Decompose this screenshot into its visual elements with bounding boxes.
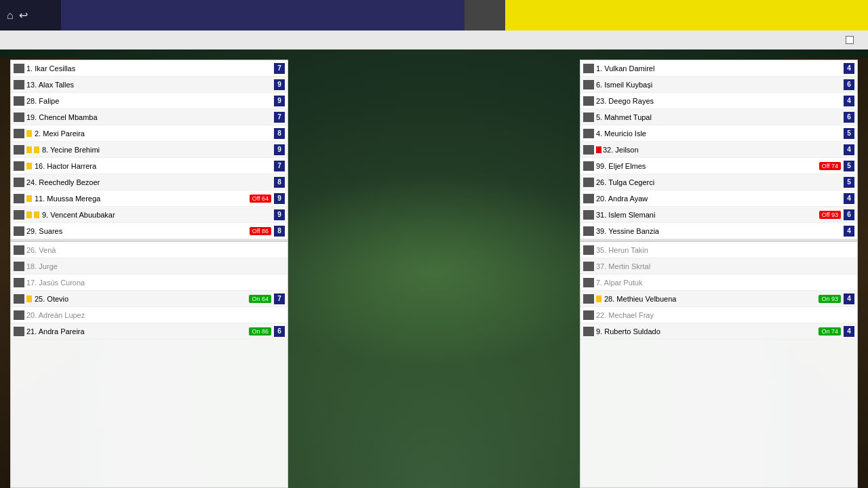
player-rating: 9 <box>274 79 285 90</box>
player-name: 16. Hactor Harrera <box>35 162 274 170</box>
player-color-box <box>583 226 594 236</box>
yellow-card <box>26 211 32 218</box>
player-row[interactable]: 29. SuaresOff 868 <box>11 223 288 239</box>
player-row[interactable]: 21. Andra PareiraOn 866 <box>11 323 288 340</box>
player-name: 31. Islem Slemani <box>596 211 819 219</box>
substitution-off-badge: Off 86 <box>250 227 271 235</box>
player-color-box <box>583 245 594 255</box>
player-row[interactable]: 99. Eljef ElmesOff 745 <box>580 158 857 174</box>
player-name: 13. Alax Talles <box>26 81 274 89</box>
player-name: 32. Jeilson <box>603 146 844 154</box>
player-row[interactable]: 17. Jasùs Curona <box>11 274 288 291</box>
player-name: 23. Deego Rayes <box>596 97 844 105</box>
player-rating: 5 <box>844 161 854 171</box>
change-view-control[interactable] <box>846 36 858 44</box>
player-color-box <box>14 64 24 73</box>
player-row[interactable]: 26. Venà <box>11 242 288 258</box>
player-rating: 9 <box>274 209 285 220</box>
player-row[interactable]: 26. Tulga Cegerci5 <box>580 174 857 190</box>
home-score <box>424 0 465 30</box>
player-name: 4. Meuricio Isle <box>596 129 844 138</box>
player-name: 9. Vencent Abuubakar <box>42 211 274 219</box>
nav-bar: ⌂ ↩ <box>0 0 61 30</box>
player-row[interactable]: 25. OtevioOn 647 <box>11 291 288 307</box>
player-row[interactable]: 20. Adreàn Lupez <box>11 307 288 323</box>
player-name: 8. Yecine Brehimi <box>42 146 274 154</box>
player-row[interactable]: 4. Meuricio Isle5 <box>580 125 857 142</box>
card-group <box>26 195 33 202</box>
player-color-box <box>14 80 24 89</box>
player-row[interactable]: 9. Vencent Abuubakar9 <box>11 207 288 223</box>
player-row[interactable]: 24. Reechedly Bezoer8 <box>11 174 288 190</box>
away-team-panel: 1. Vulkan Damirel46. Ismeil Kuybași623. … <box>580 60 858 488</box>
player-row[interactable]: 32. Jeilson4 <box>580 142 857 158</box>
player-color-box <box>14 245 24 255</box>
home-team-panel: 1. Ikar Cesillas713. Alax Talles928. Fal… <box>10 60 288 488</box>
card-group <box>26 146 41 153</box>
player-color-box <box>583 310 594 320</box>
back-icon[interactable]: ↩ <box>19 9 28 22</box>
player-row[interactable]: 5. Mahmet Tupal6 <box>580 109 857 125</box>
card-group <box>596 296 603 302</box>
player-row[interactable]: 2. Mexi Pareira8 <box>11 125 288 142</box>
player-color-box <box>583 210 594 220</box>
player-name: 17. Jasùs Curona <box>26 279 285 287</box>
player-row[interactable]: 39. Yessine Banzia4 <box>580 223 857 239</box>
player-row[interactable]: 37. Mertin Skrtal <box>580 258 857 274</box>
player-row[interactable]: 1. Ikar Cesillas7 <box>11 60 288 77</box>
player-row[interactable]: 9. Ruberto SuldadoOn 744 <box>580 323 857 340</box>
player-name: 1. Ikar Cesillas <box>26 64 274 73</box>
player-name: 11. Muussa Merega <box>35 195 250 203</box>
player-name: 7. Alpar Putuk <box>596 279 854 287</box>
player-row[interactable]: 7. Alpar Putuk <box>580 274 857 291</box>
player-color-box <box>583 194 594 203</box>
player-row[interactable]: 31. Islem SlemaniOff 936 <box>580 207 857 223</box>
player-rating: 6 <box>844 79 854 90</box>
player-row[interactable]: 13. Alax Talles9 <box>11 77 288 93</box>
player-row[interactable]: 1. Vulkan Damirel4 <box>580 60 857 77</box>
player-row[interactable]: 16. Hactor Harrera7 <box>11 158 288 174</box>
player-row[interactable]: 8. Yecine Brehimi9 <box>11 142 288 158</box>
player-row[interactable]: 18. Jurge <box>11 258 288 274</box>
yellow-card <box>26 296 32 302</box>
player-name: 26. Venà <box>26 246 285 254</box>
player-rating: 7 <box>274 293 285 304</box>
player-name: 28. Falipe <box>26 97 274 105</box>
player-row[interactable]: 28. Falipe9 <box>11 93 288 109</box>
change-view-checkbox[interactable] <box>846 36 854 44</box>
substitution-on-badge: On 74 <box>818 327 841 336</box>
player-color-box <box>14 113 24 122</box>
home-icon[interactable]: ⌂ <box>7 9 14 22</box>
player-rating: 5 <box>844 177 854 188</box>
player-rating: 4 <box>844 226 854 237</box>
player-color-box <box>14 226 24 236</box>
player-rating: 6 <box>844 112 854 123</box>
player-color-box <box>583 96 594 106</box>
red-card <box>596 146 601 153</box>
player-row[interactable]: 20. Andra Ayaw4 <box>580 190 857 207</box>
player-rating: 9 <box>274 144 285 155</box>
substitution-on-badge: On 86 <box>249 327 271 336</box>
yellow-card <box>34 211 39 218</box>
player-rating: 5 <box>844 128 854 139</box>
player-row[interactable]: 35. Herun Takin <box>580 242 857 258</box>
player-name: 20. Andra Ayaw <box>596 195 844 203</box>
player-rating: 8 <box>274 128 285 139</box>
player-name: 29. Suares <box>26 227 250 235</box>
player-row[interactable]: 28. Methieu VelbuenaOn 934 <box>580 291 857 307</box>
substitution-off-badge: Off 93 <box>819 211 841 219</box>
player-row[interactable]: 23. Deego Rayes4 <box>580 93 857 109</box>
player-row[interactable]: 22. Mechael Fray <box>580 307 857 323</box>
player-color-box <box>583 327 594 336</box>
player-rating: 9 <box>274 193 285 204</box>
player-row[interactable]: 6. Ismeil Kuybași6 <box>580 77 857 93</box>
player-row[interactable]: 11. Muussa MeregaOff 649 <box>11 190 288 207</box>
substitution-on-badge: On 64 <box>249 295 271 303</box>
player-row[interactable]: 19. Chencel Mbamba7 <box>11 109 288 125</box>
player-color-box <box>14 145 24 155</box>
player-rating: 7 <box>274 161 285 171</box>
player-rating: 6 <box>844 209 854 220</box>
player-name: 6. Ismeil Kuybași <box>596 81 844 89</box>
player-rating: 4 <box>844 96 854 106</box>
player-color-box <box>14 194 24 203</box>
